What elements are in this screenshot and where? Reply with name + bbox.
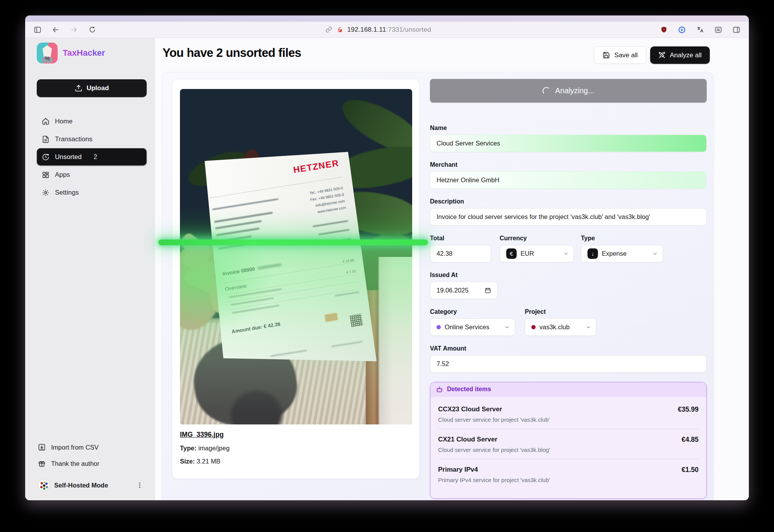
detected-item-row: CCX23 Cloud Server €35.99 Cloud server s… <box>438 399 699 429</box>
transaction-form: Analyzing... Name Cloud Server Services … <box>430 79 707 499</box>
item-price: €35.99 <box>678 405 699 414</box>
item-description: Cloud server service for project 'vas3k.… <box>438 416 673 423</box>
analyze-all-button[interactable]: Analyze all <box>650 46 710 64</box>
ublock-extension-icon[interactable] <box>660 26 668 34</box>
detected-items-panel: Detected items CCX23 Cloud Server €35.99… <box>430 382 707 499</box>
import-csv-label: Import from CSV <box>51 444 99 451</box>
sidebar-item-home[interactable]: Home <box>37 113 147 130</box>
item-price: €1.50 <box>682 466 699 474</box>
project-value: vas3k.club <box>539 323 570 331</box>
desktop-wallpaper-strip <box>25 15 749 22</box>
reload-icon[interactable] <box>88 26 96 34</box>
browser-window: 192.168.1.11:7331/unsorted <box>25 15 749 500</box>
translate-icon[interactable] <box>696 26 704 34</box>
issued-at-label: Issued At <box>430 272 707 279</box>
chevron-down-icon <box>504 324 510 330</box>
sidebar-toggle-icon[interactable] <box>34 26 41 34</box>
item-description: Primary IPv4 service for project 'vas3k.… <box>438 477 677 483</box>
category-dot <box>437 325 441 329</box>
address-bar[interactable]: 192.168.1.11:7331/unsorted <box>96 26 660 34</box>
back-icon[interactable] <box>52 26 60 34</box>
save-icon <box>603 51 610 59</box>
thank-author-label: Thank the author <box>51 460 99 467</box>
swords-icon <box>658 51 666 59</box>
unsorted-file-panel: HETZNER Tel.: +49 9831 505-0 Fax: +49 98… <box>162 72 714 500</box>
mode-label: Self-Hosted Mode <box>54 482 108 489</box>
import-icon <box>38 443 46 451</box>
spinner-icon <box>543 87 550 95</box>
euro-icon: € <box>506 248 517 259</box>
file-info: IMG_3396.jpg Type: image/jpeg Size: 3.21… <box>180 431 229 465</box>
sidebar-item-label: Home <box>55 118 72 125</box>
analyze-all-label: Analyze all <box>670 51 702 59</box>
sidebar-item-label: Apps <box>55 171 70 179</box>
file-type: Type: image/jpeg <box>180 445 229 452</box>
currency-select[interactable]: € EUR <box>500 245 574 262</box>
type-label: Type <box>581 235 663 242</box>
document-icon <box>42 135 50 143</box>
avatar <box>38 479 50 491</box>
account-row: Self-Hosted Mode <box>37 479 147 491</box>
type-value: Expense <box>602 250 627 257</box>
category-select[interactable]: Online Services <box>430 318 515 336</box>
upload-button[interactable]: Upload <box>37 79 147 97</box>
file-preview-card: HETZNER Tel.: +49 9831 505-0 Fax: +49 98… <box>172 79 420 479</box>
chevron-down-icon <box>586 324 591 330</box>
item-description: Cloud server service for project 'vas3k.… <box>438 446 677 453</box>
browser-toolbar: 192.168.1.11:7331/unsorted <box>25 22 749 38</box>
project-label: Project <box>525 308 596 315</box>
account-menu-icon[interactable] <box>136 482 143 489</box>
chevron-down-icon <box>652 251 658 257</box>
file-size: Size: 3.21 MB <box>180 458 229 465</box>
save-all-button[interactable]: Save all <box>594 46 646 64</box>
app-logo-row[interactable]: TaxHacker <box>37 43 147 63</box>
sidebar-item-label: Transactions <box>55 135 92 143</box>
unsorted-count-badge: 2 <box>94 154 97 161</box>
receipt-photo[interactable]: HETZNER Tel.: +49 9831 505-0 Fax: +49 98… <box>180 89 412 424</box>
link-icon <box>325 26 332 34</box>
item-name: Primary IPv4 <box>438 466 677 474</box>
sidebar-item-settings[interactable]: Settings <box>37 184 147 201</box>
taxhacker-logo <box>37 43 58 63</box>
app-name: TaxHacker <box>63 48 105 58</box>
page-settings-icon[interactable] <box>714 26 722 34</box>
item-name: CX21 Cloud Server <box>438 436 677 444</box>
vat-input[interactable]: 7.52 <box>430 355 707 373</box>
sidebar-item-label: Unsorted <box>55 153 82 161</box>
apps-grid-icon <box>42 171 50 179</box>
project-select[interactable]: vas3k.club <box>525 318 596 336</box>
type-select[interactable]: ↓ Expense <box>581 245 663 262</box>
description-input[interactable]: Invoice for cloud server services for th… <box>430 208 707 226</box>
sidebar-item-transactions[interactable]: Transactions <box>37 130 147 148</box>
filename-link[interactable]: IMG_3396.jpg <box>180 431 229 439</box>
forward-icon[interactable] <box>70 26 78 34</box>
sidebar-right-icon[interactable] <box>733 26 740 34</box>
gear-icon <box>42 189 50 197</box>
home-icon <box>42 118 50 125</box>
calendar-icon <box>485 287 491 294</box>
detected-item-row: Primary IPv4 €1.50 Primary IPv4 service … <box>438 459 699 489</box>
scan-line <box>158 239 428 245</box>
detected-items-list: CCX23 Cloud Server €35.99 Cloud server s… <box>430 397 706 498</box>
issued-at-input[interactable]: 19.06.2025 <box>430 282 498 299</box>
total-input[interactable]: 42.38 <box>430 245 491 262</box>
currency-value: EUR <box>521 250 534 257</box>
onepassword-extension-icon[interactable] <box>678 26 686 34</box>
sidebar-item-unsorted[interactable]: Unsorted 2 <box>37 148 147 166</box>
sidebar-item-apps[interactable]: Apps <box>37 166 147 183</box>
category-value: Online Services <box>445 323 490 331</box>
name-input[interactable]: Cloud Server Services <box>430 135 707 152</box>
name-label: Name <box>430 125 707 132</box>
import-csv-button[interactable]: Import from CSV <box>37 439 147 455</box>
total-label: Total <box>430 235 491 242</box>
upload-label: Upload <box>87 84 109 92</box>
detected-item-row: CX21 Cloud Server €4.85 Cloud server ser… <box>438 429 699 459</box>
upload-icon <box>75 84 82 92</box>
description-label: Description <box>430 198 707 205</box>
expense-arrow-icon: ↓ <box>587 248 598 259</box>
analyzing-button[interactable]: Analyzing... <box>430 79 707 103</box>
thank-author-button[interactable]: Thank the author <box>37 455 147 472</box>
merchant-input[interactable]: Hetzner Online GmbH <box>430 171 707 189</box>
item-name: CCX23 Cloud Server <box>438 405 673 414</box>
chevron-down-icon <box>563 251 569 257</box>
